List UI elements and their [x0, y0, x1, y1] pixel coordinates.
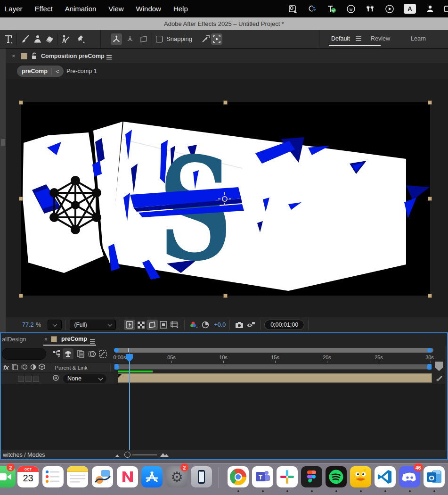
frame-blending-icon[interactable] — [75, 348, 86, 359]
zoom-dropdown-button[interactable] — [48, 320, 62, 330]
selection-handle-bottom-right[interactable] — [428, 294, 432, 298]
breadcrumb-parent-comp[interactable]: Pre-comp 1 — [66, 68, 97, 74]
input-source-badge[interactable]: A — [404, 4, 416, 14]
menu-window[interactable]: Window — [136, 5, 161, 13]
time-ruler[interactable]: 0:00s 05s 10s 15s 20s 25s 30s — [114, 354, 433, 363]
selection-handle-bottom-left[interactable] — [19, 294, 23, 298]
dock-vscode[interactable] — [375, 466, 396, 487]
menu-effect[interactable]: Effect — [35, 5, 53, 13]
dock-chrome[interactable] — [228, 466, 249, 487]
navigator-left-cap[interactable] — [114, 348, 119, 353]
dock-cyberduck[interactable] — [350, 466, 371, 487]
dock-slack[interactable] — [277, 466, 298, 487]
dock-reminders[interactable] — [42, 466, 64, 487]
workspace-menu-icon[interactable] — [354, 34, 363, 43]
show-snapshot-icon[interactable] — [245, 320, 256, 330]
layer-duration-bar[interactable] — [118, 373, 432, 383]
text-check-icon[interactable] — [326, 4, 337, 14]
comp-tab-close-icon[interactable]: × — [12, 52, 16, 59]
zoom-in-mountain-icon[interactable] — [160, 451, 169, 459]
brush-tool[interactable] — [20, 33, 31, 45]
airpods-icon[interactable] — [365, 4, 375, 14]
channel-rgb-button[interactable] — [188, 320, 200, 330]
dock-app-store[interactable] — [141, 466, 163, 487]
dock-news[interactable] — [117, 466, 138, 487]
layer-switch-3[interactable] — [33, 376, 39, 382]
zoom-value[interactable]: 77.2 — [22, 322, 33, 328]
work-area-end-handle[interactable] — [427, 364, 432, 370]
dock-teams[interactable]: T — [252, 466, 273, 487]
w-circle-icon[interactable]: w — [346, 4, 356, 14]
graph-editor-icon[interactable] — [98, 348, 108, 359]
view-axis-mode-button[interactable] — [138, 33, 149, 45]
parent-link-header[interactable]: Parent & Link — [55, 365, 88, 371]
timeline-navigator-bar[interactable] — [114, 348, 433, 353]
world-axis-mode-button[interactable] — [124, 33, 136, 45]
navigator-right-cap[interactable] — [427, 348, 432, 353]
breadcrumb-back-icon[interactable]: < — [51, 68, 59, 75]
snap-cursor-icon[interactable] — [200, 33, 211, 45]
puppet-pin-tool[interactable] — [75, 33, 87, 45]
dock-notes[interactable] — [67, 466, 88, 487]
clone-stamp-tool[interactable] — [32, 33, 43, 45]
roto-brush-tool[interactable] — [60, 33, 71, 45]
transparency-grid-button[interactable] — [135, 320, 147, 330]
comp-mini-flowchart-icon[interactable] — [51, 348, 62, 359]
fast-preview-button[interactable] — [124, 320, 135, 330]
exposure-reset-icon[interactable] — [200, 320, 211, 330]
comp-marker-icon[interactable] — [435, 374, 444, 384]
draft-3d-icon[interactable] — [63, 348, 73, 359]
selection-handle-top-center[interactable] — [223, 100, 228, 105]
menu-layer[interactable]: Layer — [5, 5, 23, 13]
selection-handle-mid-right[interactable] — [428, 197, 432, 201]
switches-modes-toggle[interactable]: witches / Modes — [3, 452, 45, 458]
zoom-out-mountain-icon[interactable] — [115, 451, 122, 459]
comp-panel-menu-icon[interactable] — [106, 53, 112, 62]
resolution-dropdown[interactable]: (Full) — [70, 320, 116, 330]
selection-handle-mid-left[interactable] — [19, 197, 23, 201]
frame-blend-column-icon[interactable] — [12, 363, 18, 372]
breadcrumb-current-comp[interactable]: preComp < — [17, 66, 64, 77]
comp-canvas[interactable]: S — [21, 102, 430, 296]
user-icon[interactable] — [425, 4, 435, 14]
selection-handle-bottom-center[interactable] — [223, 294, 228, 298]
creative-cloud-sync-icon[interactable] — [307, 4, 318, 14]
parent-pickwhip-icon[interactable] — [52, 374, 59, 383]
work-area-start-handle[interactable] — [114, 364, 119, 370]
snap-bounds-button[interactable] — [211, 33, 222, 45]
adjustment-layer-column-icon[interactable] — [30, 363, 36, 372]
snapshot-camera-icon[interactable] — [234, 320, 245, 330]
eraser-tool[interactable] — [44, 33, 56, 45]
workspace-tab-learn[interactable]: Learn — [411, 35, 426, 42]
menu-animation[interactable]: Animation — [65, 5, 97, 13]
comp-label-color[interactable] — [21, 53, 27, 59]
dock-outlook[interactable]: O — [424, 466, 445, 487]
timeline-tab-precomp[interactable]: preComp — [61, 336, 87, 342]
3d-layer-column-icon[interactable] — [39, 363, 45, 372]
region-of-interest-button[interactable] — [158, 320, 169, 330]
snapping-checkbox[interactable] — [156, 36, 163, 42]
dock-spotify[interactable] — [326, 466, 347, 487]
fx-column-icon[interactable]: fx — [3, 364, 9, 371]
menu-help[interactable]: Help — [173, 5, 188, 13]
timeline-tab-alldesign[interactable]: allDesign — [2, 336, 26, 343]
motion-blur-icon[interactable] — [86, 348, 97, 359]
comp-tab-label[interactable]: Composition preComp — [41, 53, 105, 59]
timeline-zoom-slider-knob[interactable] — [124, 452, 130, 458]
timeline-tab-label-color[interactable] — [51, 336, 57, 342]
dock-iphone-mirroring[interactable] — [191, 466, 212, 487]
exposure-value[interactable]: +0.0 — [214, 322, 226, 328]
timecode-display[interactable]: 0;00;01;00 — [264, 320, 304, 330]
parent-link-dropdown[interactable]: None — [63, 374, 106, 383]
layer-switch-1[interactable] — [18, 376, 24, 382]
dock-figma[interactable] — [301, 466, 322, 487]
type-tool[interactable] — [3, 33, 14, 45]
unlock-icon[interactable] — [31, 52, 37, 61]
window-title-bar[interactable]: Adobe After Effects 2025 – Untitled Proj… — [0, 17, 448, 30]
mask-visibility-button[interactable] — [147, 320, 158, 330]
layer-row[interactable]: None — [1, 373, 114, 384]
guides-options-button[interactable] — [169, 320, 180, 330]
work-area-bar[interactable] — [114, 364, 432, 370]
local-axis-mode-button[interactable] — [111, 33, 122, 45]
dock-calendar[interactable]: OCT 23 — [17, 466, 39, 487]
